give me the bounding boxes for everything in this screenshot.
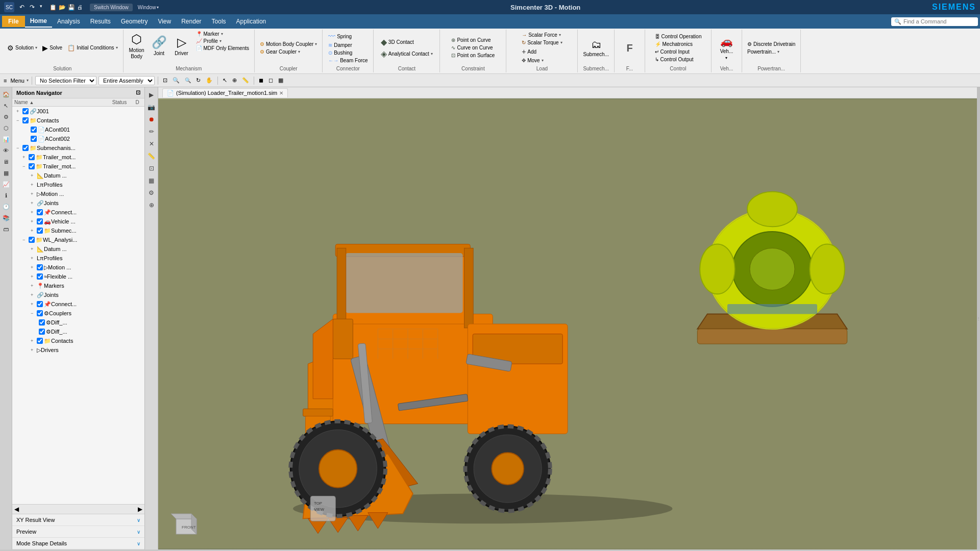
sidebar-icon-clock[interactable]: 🕐 [1,202,11,212]
tree-item-connect2[interactable]: + 📌 Connect... [12,299,144,309]
spring-button[interactable]: 〰 Spring [326,32,354,41]
scope-select[interactable]: Entire Assembly [99,76,155,85]
tree-item-connect[interactable]: + 📌 Connect... [12,208,144,217]
resize-handle[interactable]: ⋮ [977,87,980,549]
new-button[interactable]: 📋 [50,4,57,11]
tree-expand-trailer2[interactable]: − [22,164,29,169]
sidebar-icon-motion[interactable]: ⚙ [1,112,11,122]
tree-expand-contacts[interactable]: − [16,118,22,123]
wireframe-button[interactable]: ◻ [267,77,275,84]
tree-check-contacts[interactable] [22,117,29,123]
tree-item-wl-analysis[interactable]: − 📁 WL_Analysi... [12,235,144,244]
tree-expand-markers[interactable]: + [31,283,37,288]
sidebar-icon-body[interactable]: ⬡ [1,123,11,133]
xy-result-view-panel[interactable]: XY Result View ∨ [12,514,144,526]
vt-edit-button[interactable]: ✏ [146,126,157,137]
orientation-cube[interactable]: FRONT [168,506,202,539]
tree-expand-profiles[interactable]: + [31,182,37,187]
tree-item-flexible[interactable]: + ≈ Flexible ... [12,272,144,281]
control-operation-button[interactable]: 🎛 Control Operation [653,33,704,40]
analytical-contact-button[interactable]: ◈ Analytical Contact ▾ [379,48,435,59]
control-input-button[interactable]: ↵ Control Input [653,48,692,55]
control-output-button[interactable]: ↳ Control Output [653,56,696,63]
tree-item-joints[interactable]: + 🔗 Joints [12,198,144,208]
tree-check-connect[interactable] [37,209,43,215]
tree-item-trailer2[interactable]: − 📁 Trailer_mot... [12,162,144,171]
tree-expand-drivers[interactable]: + [31,347,37,353]
tree-expand-submechanisms[interactable]: − [16,145,22,151]
tree-check-acont002[interactable] [31,136,37,142]
tree-item-contacts2[interactable]: + 📁 Contacts [12,336,144,345]
menu-results[interactable]: Results [85,16,116,27]
discrete-drivetrain-button[interactable]: ⚙ Discrete Drivetrain [745,41,797,47]
tree-expand-contacts2[interactable]: + [31,338,37,343]
tree-item-motion2[interactable]: + ▷ Motion ... [12,263,144,272]
navigator-maximize-button[interactable]: ⊡ [136,89,140,96]
tree-check-j001[interactable] [22,108,29,114]
initial-conditions-button[interactable]: 📋 Initial Conditions ▾ [65,44,119,52]
tree-item-datum[interactable]: + 📐 Datum ... [12,171,144,180]
tree-check-trailer2[interactable] [29,163,35,169]
menu-view[interactable]: View [153,16,176,27]
tree-check-contacts2[interactable] [37,338,43,344]
sidebar-icon-view[interactable]: 👁 [1,145,11,156]
tree-item-diff1[interactable]: ⚙ Diff_... [12,318,144,327]
rotate-button[interactable]: ↻ [194,77,202,84]
sidebar-icon-display[interactable]: 🖥 [1,157,11,167]
sidebar-icon-data[interactable]: 🗃 [1,224,11,234]
tree-check-motion2[interactable] [37,264,43,270]
menu-render[interactable]: Render [176,16,206,27]
tree-item-j001[interactable]: + 🔗 J001 [12,107,144,116]
redo-button[interactable]: ↷ [28,3,37,12]
menu-geometry[interactable]: Geometry [116,16,153,27]
find-command-input[interactable] [903,18,975,24]
3d-scene[interactable]: TOP VIEW [158,98,977,549]
scalar-force-button[interactable]: → Scalar Force ▾ [520,32,563,38]
tree-check-trailer1[interactable] [29,154,35,160]
tree-expand-motion2[interactable]: + [31,265,37,270]
print-button[interactable]: 🖨 [77,4,83,11]
curve-on-curve-button[interactable]: ∿ Curve on Curve [449,44,495,51]
fit-button[interactable]: ⊡ [161,77,169,84]
mdf-only-button[interactable]: 📄 MDF Only Elements [194,45,251,52]
preview-panel[interactable]: Preview ∨ [12,526,144,538]
tree-item-acont001[interactable]: 📄 ACont001 [12,125,144,134]
zoom-in-button[interactable]: 🔍 [171,77,181,84]
switch-window-btn[interactable]: Switch Window [90,4,133,11]
undo-button[interactable]: ↶ [17,3,27,12]
tree-check-submec[interactable] [37,228,43,234]
tree-item-couplers[interactable]: − ⚙ Couplers [12,309,144,318]
zoom-out-button[interactable]: 🔍 [183,77,192,84]
open-button[interactable]: 📂 [59,4,66,11]
pan-button[interactable]: ✋ [204,77,214,84]
tree-item-trailer1[interactable]: + 📁 Trailer_mot... [12,153,144,162]
measure-button[interactable]: 📏 [240,77,251,84]
tree-item-datum2[interactable]: + 📐 Datum ... [12,244,144,254]
tree-expand-couplers[interactable]: − [31,311,37,316]
sidebar-icon-analysis[interactable]: 📊 [1,134,11,144]
tree-expand-submec[interactable]: + [31,228,37,233]
marker-button[interactable]: 📍 Marker ▾ [194,31,251,37]
tree-item-acont002[interactable]: 📄 ACont002 [12,134,144,143]
find-command-search[interactable]: 🔍 [891,17,978,26]
joint-button[interactable]: 🔗 Joint [149,31,169,61]
tree-item-contacts[interactable]: − 📁 Contacts [12,116,144,125]
tree-item-submec[interactable]: + 📁 Submec... [12,226,144,235]
damper-button[interactable]: ≋ Damper [326,42,354,48]
select-button[interactable]: ↖ [221,77,229,84]
vt-transform-button[interactable]: ⊡ [146,163,157,174]
solution-button[interactable]: ⚙ Solution ▾ [5,43,39,53]
save-button[interactable]: 💾 [68,4,75,11]
tree-expand-datum[interactable]: + [31,173,37,178]
file-menu[interactable]: File [2,16,25,27]
sidebar-icon-results[interactable]: 📈 [1,179,11,189]
vt-close-button[interactable]: ✕ [146,138,157,149]
gear-coupler-button[interactable]: ⚙ Gear Coupler ▾ [258,48,302,55]
tree-item-profiles2[interactable]: + Lπ Profiles [12,254,144,263]
sidebar-icon-select[interactable]: ↖ [1,101,11,111]
bushing-button[interactable]: ⊙ Bushing [326,49,354,56]
tree-expand-datum2[interactable]: + [31,246,37,252]
sidebar-icon-mesh[interactable]: ▦ [1,168,11,178]
tree-check-wl[interactable] [29,237,35,243]
tree-check-diff1[interactable] [39,319,45,325]
